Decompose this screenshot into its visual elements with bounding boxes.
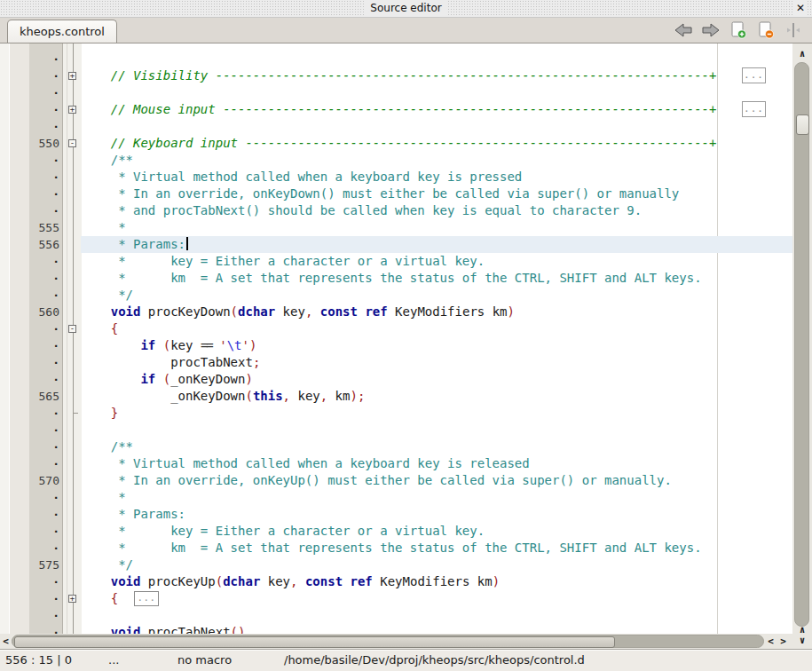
gutter-dot: · <box>29 118 59 135</box>
code-text: if (_onKeyDown) <box>81 371 253 388</box>
code-text: * and procTabNext() should be called whe… <box>81 202 642 219</box>
gutter-dot: · <box>29 202 59 219</box>
close-icon[interactable]: ✕ <box>793 1 808 15</box>
code-line[interactable]: · * Params: <box>0 506 792 523</box>
go-forward-icon[interactable] <box>701 21 721 39</box>
remove-document-icon[interactable] <box>756 21 776 39</box>
tab-bar: kheops.control <box>0 18 812 43</box>
code-line[interactable]: · } <box>0 405 792 422</box>
code-text: * Virtual method called when a keyboard … <box>81 455 530 472</box>
code-line[interactable]: · <box>0 84 792 101</box>
collapsed-fold-box[interactable]: ... <box>742 67 766 83</box>
code-line[interactable]: · * In an override, onKeyDown() must eit… <box>0 186 792 202</box>
code-line[interactable]: 560 void procKeyDown(dchar key, const re… <box>0 304 792 320</box>
gutter-dot: · <box>29 253 59 270</box>
vertical-scrollbar-thumb[interactable] <box>796 114 809 135</box>
line-number: 575 <box>29 557 59 573</box>
code-line[interactable]: · <box>0 422 792 438</box>
line-number: 560 <box>29 304 59 320</box>
collapsed-fold-box[interactable]: ... <box>134 591 159 606</box>
code-line[interactable]: ·+ {... <box>0 590 792 607</box>
title-bar[interactable]: Source editor ✕ <box>0 0 812 18</box>
source-editor-window: Source editor ✕ kheops.control <box>0 0 812 671</box>
editor-toolbar <box>674 20 803 40</box>
gutter-dot: · <box>29 337 59 354</box>
code-line[interactable]: · * km = A set that represents the statu… <box>0 270 792 287</box>
new-document-icon[interactable] <box>729 21 748 39</box>
fold-toggle-icon[interactable]: - <box>68 139 76 147</box>
line-number: 550 <box>29 135 59 152</box>
code-line[interactable]: · /** <box>0 438 792 455</box>
text-caret <box>186 237 188 250</box>
code-lines: ··+ // Visibility ----------------------… <box>0 51 792 634</box>
code-text: // Mouse input -------------------------… <box>81 101 716 118</box>
fold-elbow <box>74 413 78 414</box>
horizontal-scrollbar-thumb[interactable] <box>14 636 615 648</box>
gutter-dot: · <box>29 624 59 634</box>
gutter-dot: · <box>29 590 59 607</box>
fold-toggle-icon[interactable]: + <box>68 595 76 603</box>
code-line[interactable]: · * key = Either a character or a virtua… <box>0 253 792 270</box>
code-line[interactable]: 570 * In an override, onKeyUp() must eit… <box>0 472 792 489</box>
code-text: */ <box>81 557 133 573</box>
code-line[interactable]: · if (_onKeyDown) <box>0 371 792 388</box>
gutter-dot: · <box>29 287 59 304</box>
code-line[interactable]: 550- // Keyboard input -----------------… <box>0 135 792 152</box>
scroll-right-icon[interactable]: > <box>777 635 789 647</box>
scroll-left-icon[interactable]: < <box>765 635 777 647</box>
detach-editor-icon[interactable] <box>784 21 803 39</box>
code-line[interactable]: · if (key == '\t') <box>0 337 792 354</box>
fold-toggle-icon[interactable]: - <box>68 325 76 333</box>
gutter-dot: · <box>29 506 59 523</box>
tab-label: kheops.control <box>20 25 105 38</box>
caret-position: 556 : 15 | 0 <box>5 653 72 667</box>
horizontal-scrollbar[interactable]: < < > <box>0 634 792 649</box>
scroll-down-icon[interactable]: ∨ <box>792 635 812 646</box>
code-line[interactable]: · <box>0 51 792 67</box>
tab-kheops-control[interactable]: kheops.control <box>7 20 117 43</box>
code-line[interactable]: ·+ // Visibility -----------------------… <box>0 67 792 84</box>
code-line[interactable]: 565 _onKeyDown(this, key, km); <box>0 388 792 405</box>
code-line[interactable]: · * key = Either a character or a virtua… <box>0 523 792 540</box>
code-text: * km = A set that represents the status … <box>81 540 702 557</box>
code-line[interactable]: · */ <box>0 287 792 304</box>
code-line[interactable]: · <box>0 607 792 624</box>
code-line[interactable]: · * Virtual method called when a keyboar… <box>0 455 792 472</box>
code-line[interactable]: · * and procTabNext() should be called w… <box>0 202 792 219</box>
scroll-up-icon[interactable]: ∧ <box>792 49 812 59</box>
code-text: * Virtual method called when a keyboard … <box>81 169 522 186</box>
gutter-dot: · <box>29 371 59 388</box>
go-back-icon[interactable] <box>674 21 693 39</box>
line-number: 565 <box>29 388 59 405</box>
code-text: } <box>81 405 118 422</box>
scroll-left-icon[interactable]: < <box>0 635 12 647</box>
gutter-dot: · <box>29 607 59 624</box>
gutter-dot: · <box>29 540 59 557</box>
code-line[interactable]: 575 */ <box>0 557 792 573</box>
vertical-scrollbar-track[interactable] <box>794 62 809 627</box>
code-line[interactable]: · * <box>0 489 792 506</box>
code-line[interactable]: · void procKeyUp(dchar key, const ref Ke… <box>0 573 792 590</box>
code-line[interactable]: · /** <box>0 152 792 169</box>
code-editor[interactable]: ··+ // Visibility ----------------------… <box>0 43 792 634</box>
collapsed-fold-box[interactable]: ... <box>742 101 766 117</box>
horizontal-scrollbar-track[interactable] <box>12 635 764 648</box>
code-line[interactable]: · void procTabNext() <box>0 624 792 634</box>
code-line[interactable]: 556 * Params: <box>0 236 792 253</box>
code-line[interactable]: 555 * <box>0 219 792 236</box>
fold-toggle-icon[interactable]: + <box>68 72 76 80</box>
code-line[interactable]: · procTabNext; <box>0 354 792 371</box>
code-text: * <box>81 219 126 236</box>
code-line[interactable]: ·+ // Mouse input ----------------------… <box>0 101 792 118</box>
fold-toggle-icon[interactable]: + <box>68 106 76 114</box>
code-line[interactable]: · * km = A set that represents the statu… <box>0 540 792 557</box>
code-line[interactable]: ·- { <box>0 320 792 337</box>
code-line[interactable]: · <box>0 118 792 135</box>
vertical-scrollbar[interactable]: ∧ ∧ ∨ <box>792 43 812 649</box>
code-text: /** <box>81 438 133 455</box>
gutter-dot: · <box>29 573 59 590</box>
gutter-dot: · <box>29 84 59 101</box>
code-text: _onKeyDown(this, key, km); <box>81 388 365 405</box>
code-text: * km = A set that represents the status … <box>81 270 702 287</box>
code-line[interactable]: · * Virtual method called when a keyboar… <box>0 169 792 186</box>
